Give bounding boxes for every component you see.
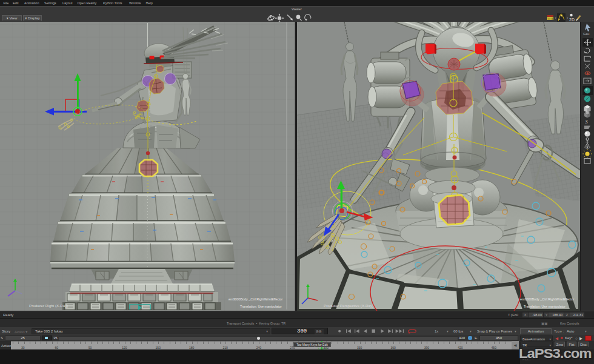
svg-text:Producer Perspective (X-Ray): Producer Perspective (X-Ray) [324, 303, 373, 308]
svg-text:Gau: Gau [583, 32, 589, 36]
svg-text:S: S [586, 119, 589, 125]
svg-text:Producer Right (X-Ray): Producer Right (X-Ray) [29, 303, 68, 308]
svg-text:em3000Body _Ctrl:RightWristEff: em3000Body _Ctrl:RightWristEffector [520, 297, 575, 301]
svg-text:Translation: Use manipulator: Translation: Use manipulator [524, 305, 566, 308]
svg-text:2D: 2D [569, 18, 575, 22]
svg-text:Translation: Use manipulator: Translation: Use manipulator [240, 305, 282, 308]
svg-text:em3000Body _Ctrl:RightWristEff: em3000Body _Ctrl:RightWristEffector [229, 297, 283, 301]
